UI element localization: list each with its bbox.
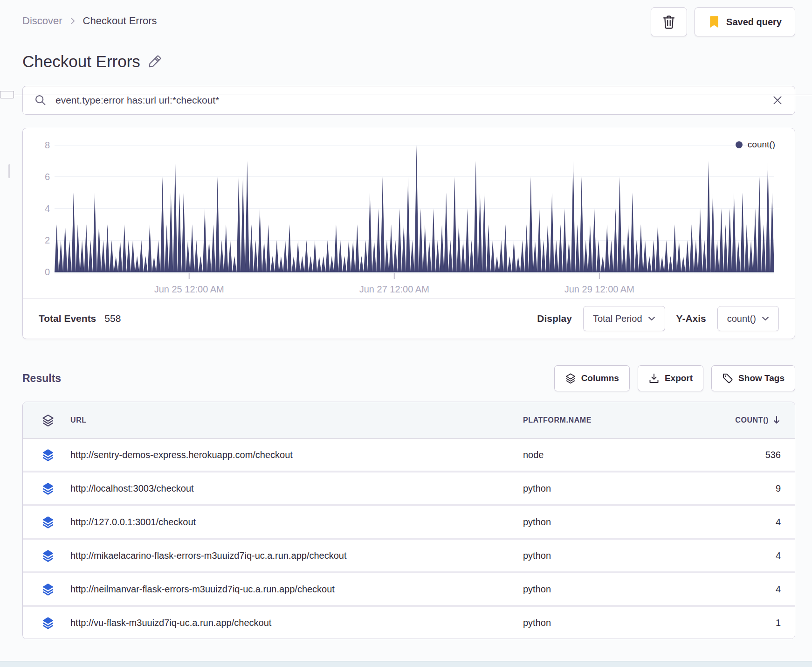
chart-x-axis: Jun 25 12:00 AMJun 27 12:00 AMJun 29 12:… bbox=[55, 280, 774, 298]
row-platform: python bbox=[523, 517, 699, 528]
row-stack-icon-cell[interactable] bbox=[23, 549, 70, 562]
stack-icon bbox=[41, 448, 55, 461]
row-count: 4 bbox=[699, 584, 795, 595]
count-area-chart[interactable] bbox=[55, 145, 774, 280]
column-header-platform[interactable]: PLATFORM.NAME bbox=[523, 416, 699, 424]
plot-area: 02468 bbox=[32, 145, 774, 280]
total-events-label: Total Events bbox=[39, 313, 96, 324]
header-divider bbox=[0, 95, 812, 95]
search-icon bbox=[34, 94, 47, 107]
results-table: URL PLATFORM.NAME COUNT() http://sentry-… bbox=[22, 402, 795, 639]
row-url[interactable]: http://sentry-demos-express.herokuapp.co… bbox=[70, 450, 523, 460]
y-axis-dropdown-value: count() bbox=[727, 313, 756, 324]
table-row[interactable]: http://mikaelacarino-flask-errors-m3uuiz… bbox=[23, 538, 795, 571]
search-query-text[interactable]: event.type:error has:url url:*checkout* bbox=[55, 95, 763, 106]
row-url[interactable]: http://localhost:3003/checkout bbox=[70, 483, 523, 494]
chevron-down-icon bbox=[648, 316, 655, 321]
panel-resize-handle[interactable] bbox=[0, 91, 14, 98]
chevron-down-icon bbox=[762, 316, 769, 321]
stack-icon bbox=[41, 414, 55, 427]
page-title: Checkout Errors bbox=[22, 52, 790, 71]
y-axis-tick-label: 0 bbox=[45, 267, 50, 278]
search-input[interactable]: event.type:error has:url url:*checkout* bbox=[22, 86, 795, 115]
results-header-row: Results Columns bbox=[22, 365, 795, 391]
total-events-value: 558 bbox=[104, 313, 121, 324]
table-body: http://sentry-demos-express.herokuapp.co… bbox=[23, 439, 795, 639]
stack-icon bbox=[41, 549, 55, 562]
row-platform: node bbox=[523, 450, 699, 460]
row-url[interactable]: http://mikaelacarino-flask-errors-m3uuiz… bbox=[70, 550, 523, 561]
legend-series-label: count() bbox=[748, 139, 775, 150]
x-axis-tick-label: Jun 29 12:00 AM bbox=[564, 284, 634, 295]
export-button[interactable]: Export bbox=[638, 365, 703, 391]
display-dropdown-value: Total Period bbox=[593, 313, 642, 324]
row-count: 4 bbox=[699, 517, 795, 528]
y-axis-tick-label: 4 bbox=[45, 203, 50, 214]
show-tags-button[interactable]: Show Tags bbox=[711, 365, 795, 391]
row-url[interactable]: http://neilmanvar-flask-errors-m3uuizd7i… bbox=[70, 584, 523, 595]
columns-button[interactable]: Columns bbox=[554, 365, 630, 391]
row-count: 9 bbox=[699, 483, 795, 494]
saved-query-label: Saved query bbox=[726, 17, 782, 28]
download-icon bbox=[648, 373, 660, 384]
breadcrumb-current-page: Checkout Errors bbox=[83, 15, 157, 27]
chart-y-axis: 02468 bbox=[32, 145, 55, 272]
show-tags-button-label: Show Tags bbox=[738, 373, 784, 383]
sidebar-collapse-handle[interactable] bbox=[8, 164, 10, 178]
x-axis-tick-label: Jun 27 12:00 AM bbox=[359, 284, 429, 295]
row-count: 536 bbox=[699, 450, 795, 460]
export-button-label: Export bbox=[665, 373, 693, 383]
row-platform: python bbox=[523, 618, 699, 628]
delete-query-button[interactable] bbox=[651, 7, 687, 36]
row-url[interactable]: http://127.0.0.1:3001/checkout bbox=[70, 517, 523, 528]
legend-series-dot bbox=[736, 141, 743, 148]
table-row[interactable]: http://127.0.0.1:3001/checkout python 4 bbox=[23, 504, 795, 538]
table-row[interactable]: http://sentry-demos-express.herokuapp.co… bbox=[23, 439, 795, 471]
row-platform: python bbox=[523, 483, 699, 494]
chart-controls: Display Total Period Y-Axis count() bbox=[537, 306, 779, 331]
top-bar: Discover Checkout Errors bbox=[0, 0, 812, 36]
column-header-url[interactable]: URL bbox=[70, 416, 523, 424]
breadcrumb-discover[interactable]: Discover bbox=[22, 15, 62, 27]
clear-search-icon[interactable] bbox=[771, 94, 784, 106]
table-row[interactable]: http://neilmanvar-flask-errors-m3uuizd7i… bbox=[23, 571, 795, 605]
row-stack-icon-cell[interactable] bbox=[23, 448, 70, 461]
table-row[interactable]: http://vu-flask-m3uuizd7iq-uc.a.run.app/… bbox=[23, 605, 795, 639]
edit-title-pencil-icon[interactable] bbox=[148, 55, 162, 69]
page-title-text: Checkout Errors bbox=[22, 52, 140, 71]
row-url[interactable]: http://vu-flask-m3uuizd7iq-uc.a.run.app/… bbox=[70, 618, 523, 628]
row-stack-icon-cell[interactable] bbox=[23, 482, 70, 495]
y-axis-tick-label: 6 bbox=[45, 172, 50, 182]
row-stack-icon-cell[interactable] bbox=[23, 583, 70, 596]
display-dropdown[interactable]: Total Period bbox=[583, 306, 665, 331]
table-row[interactable]: http://localhost:3003/checkout python 9 bbox=[23, 471, 795, 504]
results-actions: Columns Export Show Tags bbox=[554, 365, 795, 391]
saved-query-button[interactable]: Saved query bbox=[695, 7, 795, 36]
bookmark-icon bbox=[708, 15, 720, 29]
row-count: 1 bbox=[699, 618, 795, 628]
stack-icon bbox=[565, 373, 576, 384]
header-stack-icon-cell[interactable] bbox=[23, 414, 70, 427]
stack-icon bbox=[41, 583, 55, 596]
column-header-count[interactable]: COUNT() bbox=[699, 416, 795, 425]
tag-icon bbox=[722, 373, 733, 384]
row-platform: python bbox=[523, 584, 699, 595]
chart-legend[interactable]: count() bbox=[736, 139, 775, 150]
count-header-label: COUNT() bbox=[735, 416, 769, 424]
row-stack-icon-cell[interactable] bbox=[23, 616, 70, 629]
row-platform: python bbox=[523, 550, 699, 561]
events-chart-panel: count() 02468 Jun 25 12:00 AMJun 27 12:0… bbox=[22, 128, 795, 339]
chart-body: count() 02468 Jun 25 12:00 AMJun 27 12:0… bbox=[23, 128, 795, 298]
x-axis-tick-label: Jun 25 12:00 AM bbox=[154, 284, 224, 295]
trash-icon bbox=[662, 14, 676, 29]
breadcrumb: Discover Checkout Errors bbox=[22, 7, 157, 27]
row-count: 4 bbox=[699, 550, 795, 561]
y-axis-tick-label: 8 bbox=[45, 140, 50, 151]
header-actions: Saved query bbox=[651, 7, 795, 36]
total-events: Total Events 558 bbox=[39, 313, 121, 324]
y-axis-dropdown[interactable]: count() bbox=[717, 306, 779, 331]
y-axis-tick-label: 2 bbox=[45, 235, 50, 246]
stack-icon bbox=[41, 616, 55, 629]
chevron-right-icon bbox=[69, 16, 76, 26]
row-stack-icon-cell[interactable] bbox=[23, 515, 70, 528]
